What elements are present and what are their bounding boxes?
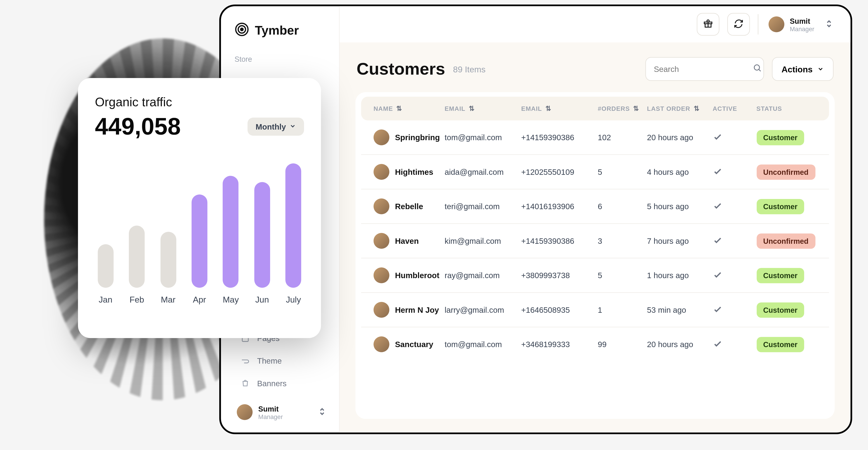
brand-name: Tymber bbox=[255, 23, 299, 38]
refresh-button[interactable] bbox=[727, 13, 749, 36]
cell-phone: +12025550109 bbox=[521, 167, 598, 176]
col-phone[interactable]: EMAIL⇅ bbox=[521, 105, 598, 113]
page-title: Customers bbox=[357, 59, 445, 79]
chart-bar bbox=[160, 232, 176, 288]
customer-name: Springbring bbox=[395, 133, 440, 142]
chart-bar bbox=[191, 194, 207, 288]
actions-button[interactable]: Actions bbox=[772, 57, 834, 81]
cell-phone: +3809993738 bbox=[521, 271, 598, 280]
cell-name: Herm N Joy bbox=[374, 302, 445, 318]
table-row[interactable]: Springbringtom@gmail.com+141593903861022… bbox=[361, 121, 829, 155]
col-last-order[interactable]: LAST ORDER⇅ bbox=[647, 105, 712, 113]
sidebar-item-banners[interactable]: Banners bbox=[235, 374, 328, 393]
sidebar-item-label: Banners bbox=[257, 379, 287, 388]
chart-bar-label: Feb bbox=[129, 295, 144, 304]
cell-last-order: 53 min ago bbox=[647, 305, 712, 314]
customer-name: Hightimes bbox=[395, 167, 433, 176]
actions-label: Actions bbox=[781, 64, 813, 74]
user-role: Manager bbox=[258, 413, 283, 420]
customer-name: Herm N Joy bbox=[395, 305, 439, 314]
sidebar-item-theme[interactable]: Theme bbox=[235, 351, 328, 370]
avatar bbox=[768, 17, 784, 32]
check-icon bbox=[713, 203, 723, 212]
chevron-down-icon bbox=[817, 64, 824, 74]
chart-bar-label: Mar bbox=[161, 295, 176, 304]
cell-status: Unconfirmed bbox=[756, 233, 816, 248]
cell-email: kim@gmail.com bbox=[445, 236, 521, 245]
brand[interactable]: Tymber bbox=[235, 22, 328, 39]
avatar bbox=[374, 268, 390, 283]
col-status: STATUS bbox=[756, 105, 816, 113]
chart-bar-col: Apr bbox=[189, 194, 210, 304]
cell-orders: 5 bbox=[598, 271, 647, 280]
sidebar-user-pill[interactable]: Sumit Manager bbox=[235, 401, 328, 424]
chart-bar-col: July bbox=[283, 163, 304, 304]
main-area: Sumit Manager Customers 89 Items bbox=[340, 6, 850, 432]
table-row[interactable]: Havenkim@gmail.com+1415939038637 hours a… bbox=[361, 224, 829, 259]
cell-last-order: 7 hours ago bbox=[647, 236, 712, 245]
customer-name: Humbleroot bbox=[395, 271, 439, 280]
customer-name: Haven bbox=[395, 236, 419, 245]
search-input[interactable] bbox=[654, 64, 753, 73]
chart-bar bbox=[129, 226, 145, 288]
status-badge: Customer bbox=[756, 199, 804, 214]
cell-status: Customer bbox=[756, 337, 816, 352]
cell-email: ray@gmail.com bbox=[445, 271, 521, 280]
period-selector[interactable]: Monthly bbox=[248, 118, 304, 136]
topbar-user-pill[interactable]: Sumit Manager bbox=[766, 13, 835, 36]
col-email[interactable]: EMAIL⇅ bbox=[445, 105, 521, 113]
sort-icon: ⇅ bbox=[546, 105, 551, 113]
cell-name: Sanctuary bbox=[374, 336, 445, 352]
search-box[interactable] bbox=[645, 57, 764, 81]
status-badge: Customer bbox=[756, 337, 804, 352]
cell-active bbox=[713, 200, 756, 212]
cell-status: Customer bbox=[756, 130, 816, 145]
check-icon bbox=[713, 341, 723, 350]
customer-name: Sanctuary bbox=[395, 340, 433, 349]
sidebar-nav: Pages Theme Banners bbox=[235, 329, 328, 393]
table-row[interactable]: Humblerootray@gmail.com+380999373851 hou… bbox=[361, 259, 829, 293]
table-row[interactable]: Herm N Joylarry@gmail.com+1646508935153 … bbox=[361, 293, 829, 327]
table-row[interactable]: Sanctuarytom@gmail.com+34681993339920 ho… bbox=[361, 327, 829, 361]
svg-point-6 bbox=[754, 65, 760, 70]
table-row[interactable]: Rebelleteri@gmail.com+1401619390665 hour… bbox=[361, 189, 829, 224]
cell-active bbox=[713, 166, 756, 178]
traffic-value: 449,058 bbox=[95, 113, 181, 140]
avatar bbox=[374, 302, 390, 318]
col-orders[interactable]: #ORDERS⇅ bbox=[598, 105, 647, 113]
customers-table: NAME⇅ EMAIL⇅ EMAIL⇅ #ORDERS⇅ LAST ORDER⇅… bbox=[355, 92, 835, 419]
cell-phone: +14016193906 bbox=[521, 202, 598, 211]
avatar bbox=[374, 336, 390, 352]
cell-phone: +1646508935 bbox=[521, 305, 598, 314]
cell-orders: 102 bbox=[598, 133, 647, 142]
cell-status: Customer bbox=[756, 268, 816, 283]
user-name: Sumit bbox=[790, 17, 814, 25]
gift-button[interactable] bbox=[696, 13, 719, 36]
status-badge: Customer bbox=[756, 268, 804, 283]
status-badge: Customer bbox=[756, 130, 804, 145]
cell-last-order: 20 hours ago bbox=[647, 340, 712, 349]
avatar bbox=[374, 233, 390, 249]
cell-email: aida@gmail.com bbox=[445, 167, 521, 176]
check-icon bbox=[713, 272, 723, 281]
cell-orders: 6 bbox=[598, 202, 647, 211]
traffic-bar-chart: JanFebMarAprMayJunJuly bbox=[95, 157, 304, 304]
svg-point-2 bbox=[241, 28, 243, 31]
page-header: Customers 89 Items Actions bbox=[340, 42, 850, 87]
chart-bar bbox=[254, 182, 270, 288]
cell-last-order: 4 hours ago bbox=[647, 167, 712, 176]
table-row[interactable]: Hightimesaida@gmail.com+1202555010954 ho… bbox=[361, 155, 829, 189]
chart-bar bbox=[223, 176, 239, 288]
theme-icon bbox=[240, 356, 250, 366]
cell-orders: 1 bbox=[598, 305, 647, 314]
check-icon bbox=[713, 134, 723, 143]
chevron-down-icon bbox=[289, 122, 296, 131]
cell-active bbox=[713, 235, 756, 247]
status-badge: Unconfirmed bbox=[756, 233, 815, 248]
gift-icon bbox=[703, 18, 713, 30]
status-badge: Customer bbox=[756, 302, 804, 318]
updown-icon bbox=[319, 407, 326, 417]
col-name[interactable]: NAME⇅ bbox=[374, 105, 445, 113]
chart-bar-label: July bbox=[286, 295, 301, 304]
cell-phone: +3468199333 bbox=[521, 340, 598, 349]
